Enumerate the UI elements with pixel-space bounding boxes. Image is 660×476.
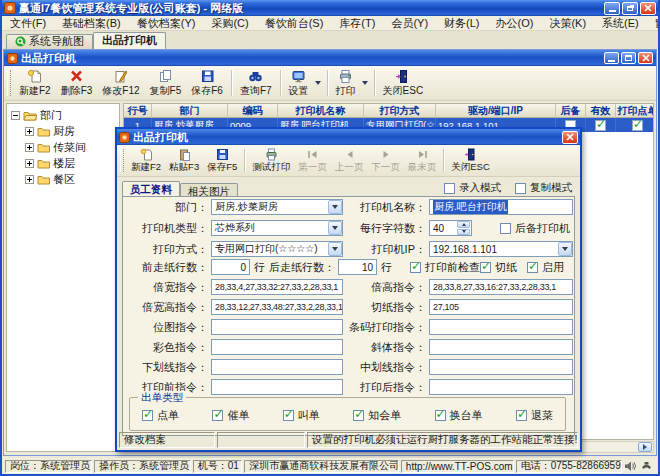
- order-type-jiaoDan[interactable]: 叫单: [283, 408, 320, 423]
- settings-button[interactable]: 设置: [284, 67, 314, 99]
- barcode-cmd-input[interactable]: [429, 319, 573, 335]
- tree-node-dining-area[interactable]: 餐区: [7, 171, 119, 187]
- col-row-no[interactable]: 行号: [124, 104, 152, 118]
- order-checkbox[interactable]: [353, 410, 364, 421]
- check-before-print-option[interactable]: 打印前检查: [410, 260, 480, 275]
- col-print-order[interactable]: 打印点单: [616, 104, 654, 118]
- first-page-button[interactable]: 第一页: [294, 146, 331, 175]
- step-up-icon[interactable]: [457, 221, 470, 228]
- print-mode-combo[interactable]: 专用网口打印(☆☆☆☆): [211, 241, 343, 257]
- close-button[interactable]: [640, 2, 656, 15]
- cut-cmd-input[interactable]: 27,105: [429, 299, 573, 315]
- tree-node-floor[interactable]: 楼层: [7, 155, 119, 171]
- tree-node-pass-room[interactable]: 传菜间: [7, 139, 119, 155]
- copy-mode-checkbox[interactable]: [515, 183, 526, 194]
- backup-printer-option[interactable]: 后备打印机: [500, 221, 570, 236]
- strike-cmd-input[interactable]: [429, 359, 573, 375]
- cut-paper-option[interactable]: 切纸: [480, 260, 517, 275]
- menu-item-decision[interactable]: 决策(K): [541, 16, 594, 31]
- copy-mode-option[interactable]: 复制模式: [515, 181, 572, 195]
- enable-option[interactable]: 启用: [527, 260, 564, 275]
- order-checkbox[interactable]: [142, 410, 153, 421]
- double-width-input[interactable]: 28,33,4,27,33,32:27,33,2,28,33,1: [211, 279, 343, 295]
- settings-dropdown-arrow[interactable]: [314, 67, 324, 99]
- tab-output-printer[interactable]: 出品打印机: [93, 32, 166, 49]
- last-page-button[interactable]: 最末页: [404, 146, 441, 175]
- expand-icon[interactable]: [25, 175, 34, 184]
- search-button[interactable]: 查询F7: [235, 67, 277, 99]
- expand-icon[interactable]: [25, 159, 34, 168]
- prev-page-button[interactable]: 上一页: [331, 146, 368, 175]
- child-minimize-button[interactable]: [604, 52, 619, 64]
- dialog-save-button[interactable]: 保存F5: [203, 146, 241, 175]
- chevron-down-icon[interactable]: [328, 242, 342, 256]
- cut-paper-checkbox[interactable]: [480, 262, 491, 273]
- order-type-tuiCai[interactable]: 退菜: [516, 408, 553, 423]
- order-type-zhiHuiDan[interactable]: 知会单: [353, 408, 401, 423]
- enable-checkbox[interactable]: [527, 262, 538, 273]
- print-button[interactable]: 打印: [331, 67, 361, 99]
- feed-after-input[interactable]: 10: [338, 259, 377, 275]
- menu-item-office[interactable]: 办公(O): [488, 16, 542, 31]
- child-close-button[interactable]: [638, 52, 653, 64]
- close-esc-button[interactable]: 关闭ESC: [378, 67, 429, 99]
- dialog-close-esc-button[interactable]: 关闭ESC: [447, 146, 494, 175]
- menu-item-system[interactable]: 系统(E): [594, 16, 647, 31]
- bitmap-cmd-input[interactable]: [211, 319, 343, 335]
- scroll-right-button[interactable]: [638, 442, 652, 452]
- col-valid[interactable]: 有效: [586, 104, 616, 118]
- restore-button[interactable]: [622, 2, 638, 15]
- check-before-print-checkbox[interactable]: [410, 262, 421, 273]
- col-print-mode[interactable]: 打印方式: [364, 104, 436, 118]
- tree-node-root[interactable]: 部门: [7, 107, 119, 123]
- valid-checkbox[interactable]: [595, 120, 606, 131]
- delete-button[interactable]: 删除F3: [56, 67, 98, 99]
- copy-button[interactable]: 复制F5: [145, 67, 187, 99]
- menu-item-finance[interactable]: 财务(L): [436, 16, 487, 31]
- save-button[interactable]: 保存F6: [186, 67, 228, 99]
- order-type-cuiDan[interactable]: 催单: [212, 408, 249, 423]
- tab-system-navigator[interactable]: 系统导航图: [6, 34, 93, 49]
- printer-name-input[interactable]: 厨房.吧台打印机: [429, 199, 573, 215]
- menu-item-inventory[interactable]: 库存(T): [331, 16, 383, 31]
- order-checkbox[interactable]: [212, 410, 223, 421]
- menu-item-front-desk[interactable]: 餐饮前台(S): [257, 16, 332, 31]
- dept-combo[interactable]: 厨房.炒菜厨房: [211, 199, 343, 215]
- menu-item-file[interactable]: 文件(F): [2, 16, 54, 31]
- chars-per-line-stepper[interactable]: 40: [429, 220, 472, 236]
- dialog-new-button[interactable]: 新建F2: [127, 146, 165, 175]
- print-order-checkbox[interactable]: [632, 120, 643, 131]
- col-driver-port-ip[interactable]: 驱动/端口/IP: [436, 104, 556, 118]
- italic-cmd-input[interactable]: [429, 339, 573, 355]
- order-checkbox[interactable]: [435, 410, 446, 421]
- underline-cmd-input[interactable]: [211, 359, 343, 375]
- expand-icon[interactable]: [25, 143, 34, 152]
- test-print-button[interactable]: 测试打印: [248, 146, 294, 175]
- menu-item-window[interactable]: 窗口(W): [647, 16, 660, 31]
- menu-item-member[interactable]: 会员(Y): [383, 16, 436, 31]
- col-department[interactable]: 部门: [152, 104, 228, 118]
- menu-item-base-archive[interactable]: 基础档案(B): [54, 16, 129, 31]
- new-button[interactable]: 新建F2: [14, 67, 56, 99]
- order-type-huanTaiDan[interactable]: 换台单: [435, 408, 483, 423]
- entry-mode-checkbox[interactable]: [444, 183, 455, 194]
- color-cmd-input[interactable]: [211, 339, 343, 355]
- phone-icon[interactable]: [640, 460, 653, 472]
- pre-print-cmd-input[interactable]: [211, 379, 343, 395]
- printer-ip-combo[interactable]: 192.168.1.101: [429, 241, 573, 257]
- child-maximize-button[interactable]: [621, 52, 636, 64]
- feed-before-input[interactable]: 0: [211, 259, 250, 275]
- menu-item-dining-archive[interactable]: 餐饮档案(Y): [129, 16, 204, 31]
- order-checkbox[interactable]: [516, 410, 527, 421]
- menu-item-purchase[interactable]: 采购(C): [203, 16, 256, 31]
- speaker-icon[interactable]: [624, 460, 637, 472]
- post-print-cmd-input[interactable]: [429, 379, 573, 395]
- col-code[interactable]: 编码: [228, 104, 278, 118]
- minimize-button[interactable]: [604, 2, 620, 15]
- chevron-down-icon[interactable]: [558, 242, 572, 256]
- dialog-paste-button[interactable]: 粘贴F3: [165, 146, 203, 175]
- step-down-icon[interactable]: [457, 229, 470, 236]
- expand-icon[interactable]: [25, 127, 34, 136]
- tab-related-images[interactable]: 相关图片: [180, 183, 238, 197]
- double-height-input[interactable]: 28,33,8,27,33,16:27,33,2,28,33,1: [429, 279, 573, 295]
